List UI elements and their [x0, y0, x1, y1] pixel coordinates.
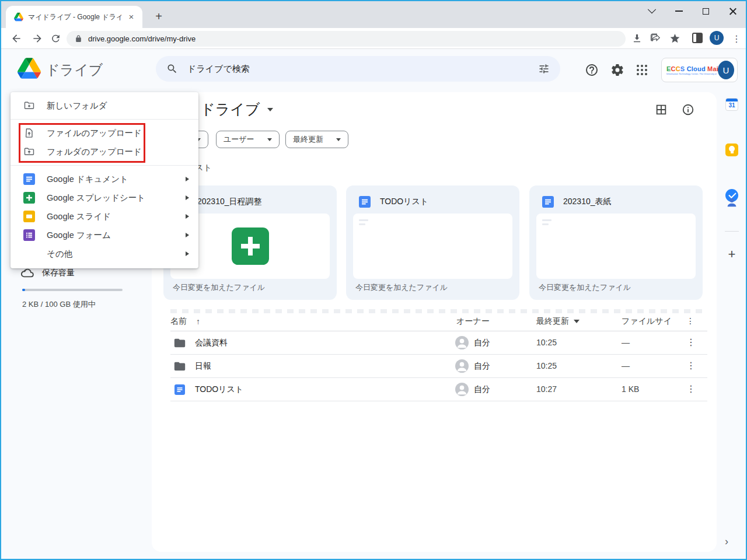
row-actions-kebab-icon[interactable]: ⋮ [686, 360, 696, 371]
minimize-button[interactable] [665, 1, 692, 21]
menu-item-google-sheets[interactable]: Google スプレッドシート [11, 188, 198, 207]
grid-view-icon[interactable] [655, 103, 668, 116]
main-content: マイドライブ タイプ ユーザー 最終更新 候補リスト 202310_日程調整 今… [152, 92, 717, 552]
eccs-logo: ECCS Cloud Mail Information Technology C… [666, 65, 717, 75]
maximize-button[interactable] [692, 1, 719, 21]
chip-label: ユーザー [224, 134, 254, 145]
menu-item-label: その他 [47, 249, 72, 260]
collapse-rail-chevron-icon[interactable]: › [725, 536, 728, 548]
column-settings-kebab-icon[interactable]: ⋮ [686, 316, 694, 326]
card-title: 202310_表紙 [563, 197, 612, 207]
info-icon[interactable] [682, 103, 694, 116]
column-header-modified[interactable]: 最終更新 [536, 316, 580, 327]
tab-strip: マイドライブ - Google ドライブ × + [1, 1, 746, 28]
keep-icon[interactable] [725, 144, 738, 156]
thumbnail-text-line [359, 223, 365, 225]
column-header-owner[interactable]: オーナー [456, 316, 490, 327]
submenu-arrow-icon [186, 195, 189, 200]
sort-ascending-icon: ↑ [196, 317, 200, 326]
calendar-icon[interactable]: 31 [725, 98, 738, 111]
reload-icon[interactable] [50, 33, 61, 44]
docs-file-icon [359, 196, 371, 208]
card-title: TODOリスト [380, 197, 428, 207]
chevron-down-icon [267, 138, 272, 141]
row-actions-kebab-icon[interactable]: ⋮ [686, 383, 696, 394]
share-icon[interactable] [650, 33, 661, 44]
menu-item-label: Google スプレッドシート [47, 192, 145, 204]
folder-icon [173, 337, 186, 349]
column-label: 最終更新 [536, 316, 569, 327]
window-menu-button[interactable] [638, 1, 665, 21]
install-icon[interactable] [631, 33, 643, 44]
column-header-size[interactable]: ファイルサイ [622, 316, 672, 327]
thumbnail-text-line [542, 219, 551, 221]
table-header: 名前 ↑ オーナー 最終更新 ファイルサイ ⋮ [170, 313, 707, 331]
menu-item-google-slides[interactable]: Google スライド [11, 207, 198, 226]
add-panel-app-button[interactable]: + [722, 245, 741, 264]
forward-icon[interactable] [32, 33, 43, 44]
suggested-card[interactable]: 202310_表紙 今日変更を加えたファイル [529, 186, 703, 300]
search-options-tune-icon[interactable] [538, 63, 550, 75]
table-row[interactable]: TODOリスト 自分 10:27 1 KB ⋮ [170, 378, 707, 401]
column-header-name[interactable]: 名前 ↑ [170, 316, 200, 327]
chevron-down-icon [267, 108, 273, 111]
maximize-icon [703, 8, 709, 15]
menu-item-google-forms[interactable]: Google フォーム [11, 226, 198, 244]
url-text: drive.google.com/drive/my-drive [88, 34, 196, 43]
apps-grid-icon[interactable] [635, 63, 649, 77]
docs-file-icon [542, 196, 554, 208]
tab-close-icon[interactable]: × [126, 12, 137, 22]
thumbnail-text-line [359, 219, 368, 221]
side-panel-icon[interactable] [692, 33, 703, 43]
search-icon [166, 63, 178, 75]
chevron-down-icon [648, 5, 656, 13]
eccs-letter: E [666, 65, 671, 72]
browser-tab[interactable]: マイドライブ - Google ドライブ × [6, 6, 142, 28]
card-caption: 今日変更を加えたファイル [173, 282, 265, 293]
column-label: オーナー [456, 316, 490, 327]
account-button[interactable]: ECCS Cloud Mail Information Technology C… [661, 58, 738, 82]
browser-menu-kebab-icon[interactable]: ⋮ [732, 33, 741, 44]
owner-avatar [455, 359, 469, 373]
sheets-thumbnail-icon [232, 228, 269, 265]
table-row[interactable]: 日報 自分 10:25 — ⋮ [170, 355, 707, 378]
submenu-arrow-icon [186, 214, 189, 219]
bookmark-star-icon[interactable] [669, 33, 680, 44]
filter-chip-people[interactable]: ユーザー [216, 131, 280, 148]
column-label: ファイルサイ [622, 316, 672, 327]
back-icon[interactable] [11, 33, 22, 44]
docs-file-icon [174, 384, 185, 395]
docs-file-icon [23, 173, 35, 185]
menu-item-label: Google フォーム [47, 230, 111, 241]
help-icon[interactable] [585, 63, 599, 77]
account-avatar[interactable]: U [718, 61, 734, 79]
tab-title: マイドライブ - Google ドライブ [28, 12, 121, 22]
drive-header: ドライブ ドライブで検索 ECCS Cloud Mail Information… [1, 49, 746, 90]
modified-time: 10:27 [536, 384, 557, 394]
storage-progress-bar [22, 289, 123, 291]
submenu-arrow-icon [186, 177, 189, 181]
storage-progress-fill [22, 289, 25, 291]
row-actions-kebab-icon[interactable]: ⋮ [686, 337, 696, 348]
address-bar[interactable]: drive.google.com/drive/my-drive [67, 31, 626, 47]
menu-divider [11, 165, 198, 166]
close-button[interactable] [719, 1, 746, 21]
eccs-subtitle: Information Technology Center, The Unive… [666, 72, 717, 75]
browser-profile-avatar[interactable]: U [710, 31, 724, 45]
table-row[interactable]: 会議資料 自分 10:25 — ⋮ [170, 331, 707, 355]
filter-chip-modified[interactable]: 最終更新 [285, 131, 348, 148]
menu-item-new-folder[interactable]: 新しいフォルダ [11, 96, 198, 115]
side-panel-rail: 31 + › [718, 92, 746, 560]
card-caption: 今日変更を加えたファイル [539, 282, 631, 293]
search-input[interactable]: ドライブで検索 [156, 56, 560, 82]
sidebar-item-storage[interactable]: 保存容量 [42, 268, 75, 278]
menu-divider [11, 119, 198, 120]
new-tab-button[interactable]: + [152, 10, 166, 24]
menu-item-google-docs[interactable]: Google ドキュメント [11, 170, 198, 188]
menu-item-more[interactable]: その他 [11, 244, 198, 263]
browser-toolbar: drive.google.com/drive/my-drive U ⋮ [1, 28, 746, 49]
submenu-arrow-icon [186, 233, 189, 237]
suggested-card[interactable]: TODOリスト 今日変更を加えたファイル [346, 186, 519, 300]
contacts-icon[interactable] [725, 196, 738, 209]
settings-gear-icon[interactable] [610, 63, 624, 77]
